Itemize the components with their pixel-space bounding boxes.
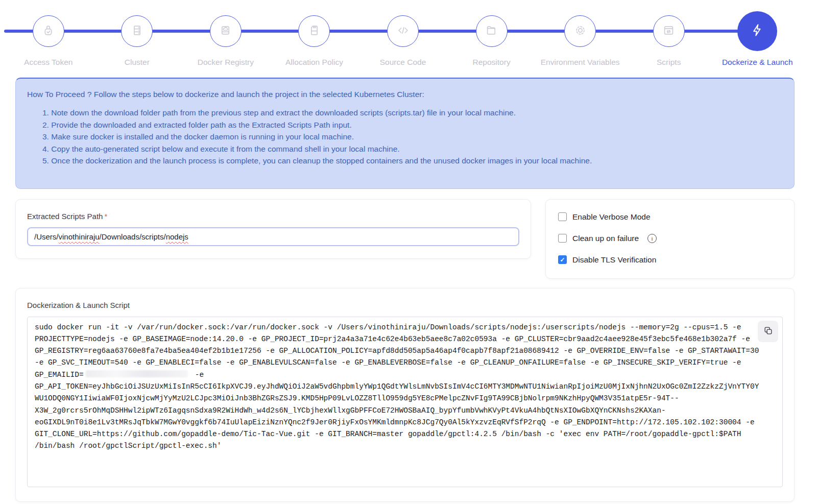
script-title: Dockerization & Launch Script (27, 301, 783, 309)
step-scripts[interactable]: Scripts (624, 11, 713, 67)
step-label: Allocation Policy (285, 58, 343, 67)
code-line: -e GP_SVC_TIMEOUT=540 -e GP_ENABLECI=fal… (35, 357, 775, 369)
step-cluster[interactable]: Cluster (93, 11, 182, 67)
howto-step: 3. Make sure docker is installed and the… (42, 131, 782, 143)
registry-icon (219, 23, 232, 39)
code-icon (396, 23, 410, 39)
redacted-email-value (86, 370, 188, 377)
step-label: Dockerize & Launch (722, 58, 793, 67)
how-to-proceed-infobox: How To Proceed ? Follow the steps below … (15, 78, 795, 189)
howto-step: 2. Provide the downloaded and extracted … (42, 119, 782, 131)
option-disable-tls-verification: ✓ Disable TLS Verification (558, 255, 782, 265)
step-label: Cluster (125, 58, 150, 67)
dockerization-script-card: Dockerization & Launch Script sudo docke… (15, 288, 795, 502)
enable-verbose-mode-checkbox[interactable] (558, 212, 567, 221)
clean-up-on-failure-checkbox[interactable] (558, 234, 567, 243)
step-repository[interactable]: Repository (447, 11, 536, 67)
code-line: /bin/bash /root/gpctlScript/gpctl-exec.s… (35, 440, 775, 452)
infobox-title: How To Proceed ? Follow the steps below … (27, 90, 782, 99)
step-environment-variables[interactable]: Environment Variables (536, 11, 624, 67)
launch-options-card: Enable Verbose Mode Clean up on failure … (545, 199, 795, 279)
option-enable-verbose-mode: Enable Verbose Mode (558, 212, 782, 222)
server-icon (130, 23, 144, 39)
step-source-code[interactable]: Source Code (358, 11, 447, 67)
code-line: PROJECTTYPE=nodejs -e GP_BASEIMAGE=node:… (35, 333, 775, 345)
step-docker-registry[interactable]: Docker Registry (181, 11, 270, 67)
option-clean-up-on-failure: Clean up on failure i (558, 234, 782, 243)
extracted-scripts-path-card: Extracted Scripts Path* /Users/vinothini… (15, 199, 531, 259)
sd-card-icon (307, 23, 321, 39)
wizard-stepper: Access Token Cluster Docker Registry (4, 0, 802, 76)
code-line: sudo docker run -it -v /var/run/docker.s… (35, 322, 775, 333)
disable-tls-verification-checkbox[interactable]: ✓ (558, 255, 567, 264)
script-window-icon (662, 23, 676, 39)
extracted-scripts-path-input[interactable]: /Users/vinothiniraju/Downloads/scripts/n… (27, 227, 519, 246)
step-label: Repository (473, 58, 511, 67)
info-icon[interactable]: i (647, 234, 657, 243)
step-label: Docker Registry (198, 58, 254, 67)
checkbox-label: Disable TLS Verification (572, 255, 656, 265)
checkbox-label: Enable Verbose Mode (572, 212, 651, 222)
step-allocation-policy[interactable]: Allocation Policy (270, 11, 359, 67)
gear-icon (573, 23, 587, 39)
howto-step: 4. Copy the auto-generated script below … (42, 143, 782, 155)
required-marker: * (104, 212, 107, 221)
howto-step: 5. Once the dockerization and the launch… (42, 155, 782, 167)
code-line: X3W_2g0rcrs5rOhMqDSHHwl2ipWTz6IagqsnSdxa… (35, 405, 775, 417)
code-line: eoGIXDL9nT0i8e1Lv3tMRsJqTbkW7MGwY0vggkf6… (35, 417, 775, 428)
step-access-token[interactable]: Access Token (4, 11, 93, 67)
code-line: GIT_CLONE_URL=https://github.com/gopaddl… (35, 428, 775, 440)
step-label: Source Code (380, 58, 426, 67)
step-dockerize-launch[interactable]: Dockerize & Launch (713, 11, 802, 67)
code-line: GP_API_TOKEN=eyJhbGciOiJSUzUxMiIsInR5cCI… (35, 381, 775, 393)
step-label: Scripts (657, 58, 681, 67)
lightning-icon (750, 22, 765, 40)
copy-icon (763, 326, 773, 337)
extracted-scripts-path-label: Extracted Scripts Path* (27, 212, 519, 221)
folder-icon (485, 23, 498, 39)
code-line: WU1ODQ0NGY1IiwiaWF0IjoxNjcwMjYyMzU2LCJpc… (35, 393, 775, 404)
script-code-box: sudo docker run -it -v /var/run/docker.s… (27, 317, 783, 487)
checkbox-label: Clean up on failure (572, 234, 639, 243)
step-label: Environment Variables (541, 58, 620, 67)
lock-icon (41, 23, 55, 39)
step-label: Access Token (24, 58, 73, 67)
howto-step: 1. Note down the download folder path fr… (42, 107, 782, 119)
copy-script-button[interactable] (758, 321, 778, 342)
code-line: GP_REGISTRY=reg6aa63760e8fa7e4ba5ea404ef… (35, 345, 775, 357)
code-line-email: GP_EMAILID=-e (35, 369, 775, 381)
